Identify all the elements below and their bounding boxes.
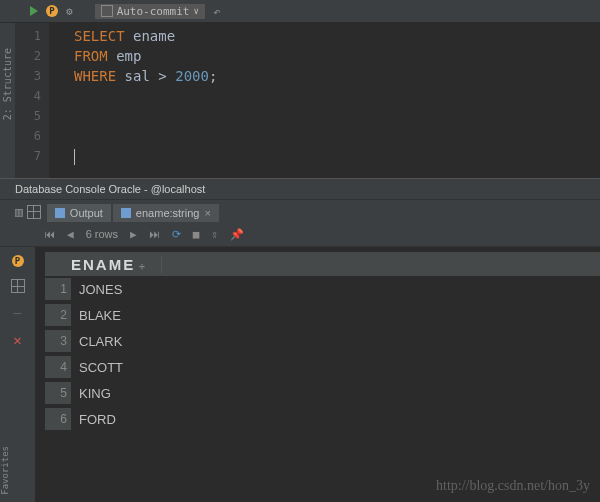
line-num: 4 (16, 86, 41, 106)
text-cursor (74, 149, 75, 165)
table-icon (121, 208, 131, 218)
close-icon[interactable]: × (204, 207, 210, 219)
line-num: 5 (16, 106, 41, 126)
line-num: 7 (16, 146, 41, 166)
main-toolbar: P ⚙ Auto-commit ∨ ↶ (0, 0, 600, 23)
layout-icon[interactable]: ▥ (15, 204, 23, 219)
sql-editor: 2: Structure 1 2 3 4 5 6 7 SELECT ename … (0, 23, 600, 178)
result-tabs: ▥ Output ename:string × (0, 200, 600, 222)
result-toolbar: ⏮ ◀ 6 rows ▶ ⏭ ⟳ ■ ⇪ 📌 (0, 222, 600, 247)
first-page-icon[interactable]: ⏮ (44, 228, 55, 241)
row-num: 1 (45, 278, 71, 300)
cell-value: SCOTT (71, 360, 123, 375)
console-title-bar: Database Console Oracle - @localhost (0, 178, 600, 200)
table-row[interactable]: 2BLAKE (45, 302, 600, 328)
cell-value: KING (71, 386, 111, 401)
cell-value: FORD (71, 412, 116, 427)
row-num: 5 (45, 382, 71, 404)
chevron-down-icon: ∨ (193, 6, 198, 16)
run-icon[interactable] (30, 6, 38, 16)
refresh-icon[interactable]: ⟳ (172, 228, 181, 241)
sort-icon[interactable]: ÷ (139, 261, 147, 272)
results-pane: P — ✕ ENAME÷ 1JONES 2BLAKE 3CLARK 4SCOTT… (0, 247, 600, 502)
table-row[interactable]: 5KING (45, 380, 600, 406)
semi: ; (209, 68, 217, 84)
ident: ename (133, 28, 175, 44)
favorites-label: Favorites (0, 446, 10, 495)
structure-tool-label[interactable]: 2: Structure (2, 48, 13, 120)
settings-icon[interactable]: ⚙ (66, 5, 73, 18)
result-grid[interactable]: ENAME÷ 1JONES 2BLAKE 3CLARK 4SCOTT 5KING… (35, 247, 600, 502)
ident: emp (116, 48, 141, 64)
num: 2000 (175, 68, 209, 84)
op: > (158, 68, 166, 84)
line-num: 2 (16, 46, 41, 66)
auto-commit-label: Auto-commit (117, 5, 190, 18)
tab-label: ename:string (136, 207, 200, 219)
left-tool-window-bar: 2: Structure (0, 23, 16, 178)
row-num: 3 (45, 330, 71, 352)
header-row: ENAME÷ (45, 252, 600, 276)
column-header[interactable]: ENAME (71, 256, 135, 273)
tab-label: Output (70, 207, 103, 219)
stop-icon[interactable]: ■ (193, 228, 200, 241)
cell-value: CLARK (71, 334, 122, 349)
prev-page-icon[interactable]: ◀ (67, 228, 74, 241)
tab-output[interactable]: Output (47, 204, 111, 222)
kw-from: FROM (74, 48, 108, 64)
cell-value: BLAKE (71, 308, 121, 323)
separator: — (14, 305, 22, 320)
row-count: 6 rows (86, 228, 118, 240)
table-icon (55, 208, 65, 218)
cell-value: JONES (71, 282, 122, 297)
table-row[interactable]: 3CLARK (45, 328, 600, 354)
code-area[interactable]: SELECT ename FROM emp WHERE sal > 2000; (49, 23, 217, 178)
tab-ename[interactable]: ename:string × (113, 204, 219, 222)
table-row[interactable]: 1JONES (45, 276, 600, 302)
kw-select: SELECT (74, 28, 125, 44)
line-num: 3 (16, 66, 41, 86)
grid-icon[interactable] (11, 279, 25, 293)
console-title: Database Console Oracle - @localhost (15, 183, 205, 195)
row-num: 4 (45, 356, 71, 378)
pending-icon[interactable]: P (46, 5, 58, 17)
auto-commit-toggle[interactable]: Auto-commit ∨ (95, 4, 205, 19)
row-num: 6 (45, 408, 71, 430)
close-icon[interactable]: ✕ (13, 332, 21, 348)
grid-icon[interactable] (27, 205, 41, 219)
line-gutter: 1 2 3 4 5 6 7 (16, 23, 49, 178)
last-page-icon[interactable]: ⏭ (149, 228, 160, 241)
next-page-icon[interactable]: ▶ (130, 228, 137, 241)
table-row[interactable]: 4SCOTT (45, 354, 600, 380)
pin-icon[interactable]: 📌 (230, 228, 244, 241)
watermark: http://blog.csdn.net/hon_3y (436, 478, 590, 494)
pending-icon[interactable]: P (12, 255, 24, 267)
favorites-tool[interactable]: Favorites (0, 446, 15, 497)
ident: sal (125, 68, 150, 84)
kw-where: WHERE (74, 68, 116, 84)
export-icon[interactable]: ⇪ (211, 228, 218, 241)
row-num: 2 (45, 304, 71, 326)
line-num: 6 (16, 126, 41, 146)
undo-icon[interactable]: ↶ (213, 4, 221, 19)
line-num: 1 (16, 26, 41, 46)
table-row[interactable]: 6FORD (45, 406, 600, 432)
